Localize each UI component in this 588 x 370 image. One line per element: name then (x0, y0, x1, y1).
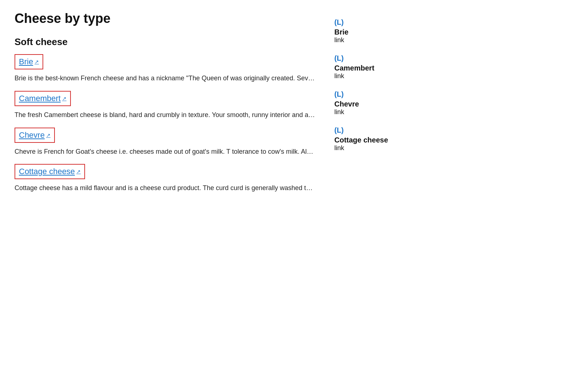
cheese-name-brie: Brie (19, 57, 33, 67)
sidebar-group-3: (L)Cottage cheeselink (334, 126, 422, 152)
cheese-list: Brie↗Brie is the best-known French chees… (15, 54, 320, 193)
main-content: Cheese by type Soft cheese Brie↗Brie is … (15, 11, 334, 359)
cheese-name-cottage-cheese: Cottage cheese (19, 167, 75, 176)
cheese-link-wrapper-brie: Brie↗ (15, 54, 43, 69)
sidebar-group-1: (L)Camembertlink (334, 54, 422, 80)
sidebar-group-2: (L)Chevrelink (334, 90, 422, 116)
external-link-icon: ↗ (46, 132, 51, 138)
section-title: Soft cheese (15, 36, 320, 48)
sidebar-sublabel-1[interactable]: link (334, 72, 422, 80)
cheese-entry-cottage-cheese: Cottage cheese↗Cottage cheese has a mild… (15, 164, 320, 193)
cheese-link-camembert[interactable]: Camembert↗ (19, 94, 67, 103)
external-link-icon: ↗ (62, 96, 67, 101)
cheese-description-cottage-cheese: Cottage cheese has a mild flavour and is… (15, 183, 316, 193)
cheese-link-chevre[interactable]: Chevre↗ (19, 130, 51, 140)
sidebar-label-3: Cottage cheese (334, 136, 422, 144)
sidebar-sublabel-3[interactable]: link (334, 144, 422, 152)
sidebar-link-indicator-2[interactable]: (L) (334, 90, 422, 98)
cheese-description-chevre: Chevre is French for Goat's cheese i.e. … (15, 146, 316, 157)
sidebar-label-1: Camembert (334, 64, 422, 72)
cheese-entry-brie: Brie↗Brie is the best-known French chees… (15, 54, 320, 84)
cheese-link-cottage-cheese[interactable]: Cottage cheese↗ (19, 167, 81, 176)
sidebar-label-2: Chevre (334, 100, 422, 108)
sidebar-sublabel-2[interactable]: link (334, 108, 422, 116)
page-title: Cheese by type (15, 11, 320, 26)
cheese-entry-camembert: Camembert↗The fresh Camembert cheese is … (15, 91, 320, 120)
sidebar-link-indicator-3[interactable]: (L) (334, 126, 422, 134)
cheese-link-wrapper-cottage-cheese: Cottage cheese↗ (15, 164, 85, 179)
sidebar: (L)Brielink(L)Camembertlink(L)Chevrelink… (334, 11, 422, 359)
sidebar-group-0: (L)Brielink (334, 18, 422, 44)
cheese-description-camembert: The fresh Camembert cheese is bland, har… (15, 110, 316, 120)
cheese-link-wrapper-camembert: Camembert↗ (15, 91, 71, 106)
sidebar-link-indicator-1[interactable]: (L) (334, 54, 422, 63)
sidebar-label-0: Brie (334, 28, 422, 36)
sidebar-sublabel-0[interactable]: link (334, 36, 422, 44)
cheese-entry-chevre: Chevre↗Chevre is French for Goat's chees… (15, 128, 320, 157)
external-link-icon: ↗ (76, 169, 81, 174)
sidebar-items: (L)Brielink(L)Camembertlink(L)Chevrelink… (334, 18, 422, 152)
cheese-description-brie: Brie is the best-known French cheese and… (15, 73, 316, 84)
cheese-link-brie[interactable]: Brie↗ (19, 57, 39, 67)
cheese-name-camembert: Camembert (19, 94, 61, 103)
external-link-icon: ↗ (35, 59, 39, 65)
cheese-link-wrapper-chevre: Chevre↗ (15, 128, 55, 143)
sidebar-link-indicator-0[interactable]: (L) (334, 18, 422, 27)
cheese-name-chevre: Chevre (19, 130, 45, 140)
